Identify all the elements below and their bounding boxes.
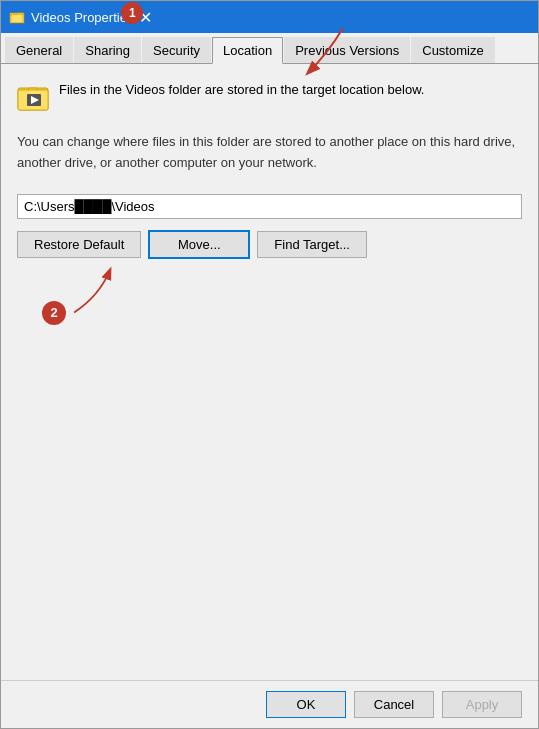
ok-button[interactable]: OK xyxy=(266,691,346,718)
title-annotation-container: Videos Properties 1 xyxy=(31,10,133,25)
svg-rect-2 xyxy=(12,15,22,22)
find-target-button[interactable]: Find Target... xyxy=(257,231,367,258)
info-text: Files in the Videos folder are stored in… xyxy=(59,80,424,100)
apply-button[interactable]: Apply xyxy=(442,691,522,718)
window-icon xyxy=(9,9,25,25)
path-input[interactable] xyxy=(17,194,522,219)
title-bar: Videos Properties 1 ✕ xyxy=(1,1,538,33)
tab-sharing[interactable]: Sharing xyxy=(74,37,141,63)
path-section: Restore Default Move... Find Target... 2 xyxy=(17,194,522,258)
window-title: Videos Properties xyxy=(31,10,133,25)
dialog-footer: OK Cancel Apply xyxy=(1,680,538,728)
restore-default-button[interactable]: Restore Default xyxy=(17,231,141,258)
info-box: Files in the Videos folder are stored in… xyxy=(17,80,522,112)
button-row: Restore Default Move... Find Target... xyxy=(17,231,522,258)
annotation-badge-1: 1 xyxy=(121,2,143,24)
description-text: You can change where files in this folde… xyxy=(17,132,522,174)
folder-video-icon xyxy=(17,80,49,112)
move-button[interactable]: Move... xyxy=(149,231,249,258)
annotation-badge-2: 2 xyxy=(42,301,66,325)
tab-previous-versions[interactable]: Previous Versions xyxy=(284,37,410,63)
buttons-annotation-wrapper: Restore Default Move... Find Target... 2 xyxy=(17,231,522,258)
tab-location[interactable]: Location xyxy=(212,37,283,64)
tab-general[interactable]: General xyxy=(5,37,73,63)
tab-security[interactable]: Security xyxy=(142,37,211,63)
content-area: Files in the Videos folder are stored in… xyxy=(1,64,538,680)
tab-bar: General Sharing Security Location Previo… xyxy=(1,33,538,64)
cancel-button[interactable]: Cancel xyxy=(354,691,434,718)
tab-customize[interactable]: Customize xyxy=(411,37,494,63)
window: Videos Properties 1 ✕ General Sharing Se… xyxy=(0,0,539,729)
